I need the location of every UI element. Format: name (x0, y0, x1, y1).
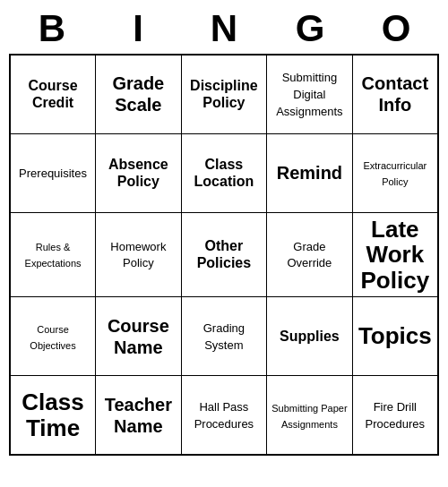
cell-text-0-0: Course Credit (28, 78, 77, 110)
grid-cell-2-2: Other Policies (181, 212, 267, 297)
bingo-letter-n: N (188, 7, 260, 50)
bingo-grid: Course CreditGrade ScaleDiscipline Polic… (9, 54, 439, 456)
grid-row-3: Course ObjectivesCourse NameGrading Syst… (10, 297, 438, 376)
cell-text-2-2: Other Policies (197, 238, 251, 270)
cell-text-4-3: Submitting Paper Assignments (271, 403, 347, 430)
cell-text-3-1: Course Name (108, 316, 169, 357)
grid-cell-3-4: Topics (352, 297, 438, 376)
cell-text-2-1: Homework Policy (110, 240, 166, 270)
grid-row-4: Class TimeTeacher NameHall Pass Procedur… (10, 376, 438, 455)
grid-cell-0-2: Discipline Policy (181, 55, 267, 133)
cell-text-0-3: Submitting Digital Assignments (276, 71, 342, 118)
grid-cell-0-0: Course Credit (10, 55, 96, 133)
grid-cell-1-0: Prerequisites (10, 133, 96, 212)
grid-cell-1-4: Extracurricular Policy (352, 133, 438, 212)
cell-text-2-3: Grade Override (287, 240, 332, 270)
grid-cell-2-0: Rules & Expectations (10, 212, 96, 297)
cell-text-1-3: Remind (277, 163, 342, 183)
cell-text-4-0: Class Time (22, 389, 83, 441)
grid-row-2: Rules & ExpectationsHomework PolicyOther… (10, 212, 438, 297)
grid-cell-3-3: Supplies (267, 297, 353, 376)
cell-text-0-1: Grade Scale (112, 73, 164, 115)
cell-text-3-4: Topics (358, 322, 432, 349)
cell-text-1-4: Extracurricular Policy (363, 160, 426, 187)
grid-cell-3-0: Course Objectives (10, 297, 96, 376)
bingo-letter-b: B (16, 7, 88, 50)
cell-text-4-2: Hall Pass Procedures (194, 400, 254, 431)
cell-text-4-1: Teacher Name (105, 395, 172, 436)
cell-text-1-2: Class Location (194, 157, 254, 189)
grid-row-0: Course CreditGrade ScaleDiscipline Polic… (10, 55, 438, 133)
cell-text-1-1: Absence Policy (108, 157, 168, 189)
bingo-letter-i: I (102, 7, 174, 50)
grid-cell-1-1: Absence Policy (96, 133, 182, 212)
grid-cell-4-1: Teacher Name (96, 376, 182, 455)
cell-text-2-4: Late Work Policy (361, 216, 430, 294)
grid-cell-4-3: Submitting Paper Assignments (267, 376, 353, 455)
cell-text-0-2: Discipline Policy (190, 78, 258, 110)
cell-text-2-0: Rules & Expectations (25, 242, 82, 269)
grid-cell-4-2: Hall Pass Procedures (181, 376, 267, 455)
bingo-letter-o: O (360, 7, 432, 50)
grid-row-1: PrerequisitesAbsence PolicyClass Locatio… (10, 133, 438, 212)
cell-text-4-4: Fire Drill Procedures (366, 400, 425, 431)
grid-cell-3-1: Course Name (96, 297, 182, 376)
grid-cell-0-1: Grade Scale (96, 55, 182, 133)
bingo-letter-g: G (274, 7, 346, 50)
grid-cell-4-0: Class Time (10, 376, 96, 455)
grid-cell-1-3: Remind (267, 133, 353, 212)
grid-cell-2-3: Grade Override (267, 212, 353, 297)
grid-cell-0-4: Contact Info (352, 55, 438, 133)
grid-cell-0-3: Submitting Digital Assignments (267, 55, 353, 133)
cell-text-3-2: Grading System (203, 321, 245, 352)
cell-text-1-0: Prerequisites (19, 167, 87, 180)
grid-cell-1-2: Class Location (181, 133, 267, 212)
grid-cell-4-4: Fire Drill Procedures (352, 376, 438, 455)
cell-text-3-0: Course Objectives (30, 324, 75, 351)
grid-cell-2-4: Late Work Policy (352, 212, 438, 297)
grid-cell-2-1: Homework Policy (96, 212, 182, 297)
cell-text-0-4: Contact Info (362, 73, 428, 115)
cell-text-3-3: Supplies (280, 329, 340, 344)
bingo-title: BINGO (9, 0, 439, 54)
grid-cell-3-2: Grading System (181, 297, 267, 376)
